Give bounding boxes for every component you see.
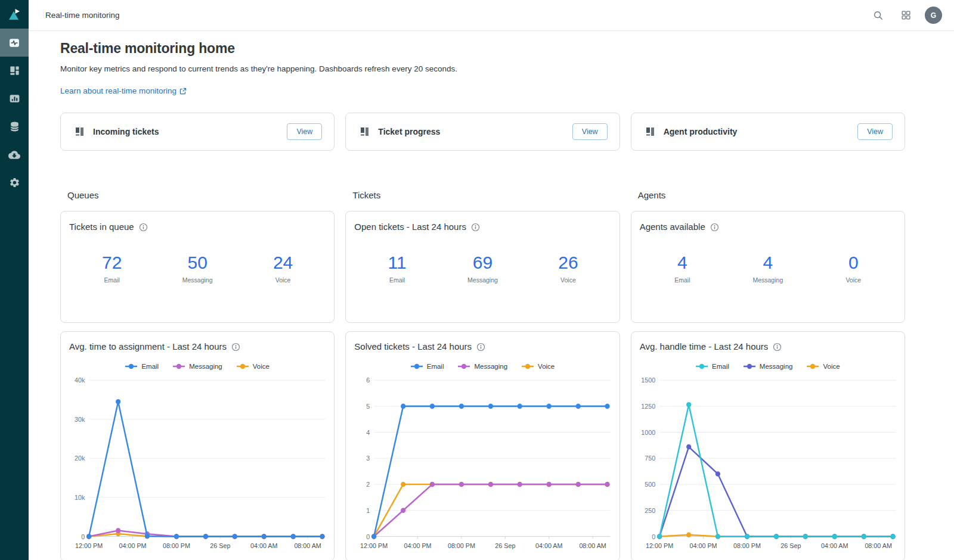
shortcut-card-ticket-progress: Ticket progress View (345, 113, 620, 151)
svg-text:12:00 PM: 12:00 PM (75, 542, 103, 549)
svg-text:5: 5 (367, 403, 370, 410)
legend-label: Email (427, 363, 444, 370)
sidebar-item-dashboards[interactable] (0, 57, 29, 85)
shortcut-card-agent-productivity: Agent productivity View (631, 113, 905, 151)
legend-item-voice[interactable]: Voice (237, 363, 270, 370)
line-chart-plot[interactable]: 025050075010001250150012:00 PM04:00 PM08… (636, 374, 900, 556)
products-button[interactable] (897, 7, 914, 24)
info-icon[interactable] (231, 343, 240, 351)
legend-label: Email (712, 363, 729, 370)
svg-text:04:00 PM: 04:00 PM (404, 542, 432, 549)
svg-text:04:00 AM: 04:00 AM (250, 542, 277, 549)
sidebar-item-datasets[interactable] (0, 113, 29, 141)
legend-item-email[interactable]: Email (125, 363, 159, 370)
page-subtitle: Monitor key metrics and respond to curre… (60, 64, 905, 73)
svg-text:04:00 PM: 04:00 PM (689, 542, 717, 549)
svg-text:0: 0 (81, 533, 85, 540)
live-monitoring-icon (8, 37, 20, 49)
svg-text:08:00 PM: 08:00 PM (733, 542, 761, 549)
stat-card-title: Agents available (640, 222, 705, 232)
dashboard-glyph-icon (646, 127, 655, 136)
chart-title: Avg. time to assignment - Last 24 hours (69, 341, 227, 351)
legend-item-email[interactable]: Email (696, 363, 729, 370)
svg-text:0: 0 (367, 533, 370, 540)
info-icon[interactable] (710, 223, 719, 232)
legend-label: Email (141, 363, 159, 370)
shortcut-card-title: Ticket progress (378, 127, 440, 136)
chart-card-avg-handle-time: Avg. handle time - Last 24 hours EmailMe… (631, 331, 905, 560)
metric-value: 24 (240, 253, 326, 272)
sidebar-item-data-importer[interactable] (0, 141, 29, 169)
metric-value: 4 (640, 253, 725, 272)
topbar: Real-time monitoring G (29, 0, 954, 31)
svg-text:3: 3 (367, 455, 370, 462)
datasets-icon (9, 121, 20, 132)
avatar[interactable]: G (925, 7, 942, 24)
shortcut-card-title: Agent productivity (664, 127, 738, 136)
search-icon (873, 10, 884, 21)
metric-label: Email (69, 276, 154, 284)
svg-text:12:00 PM: 12:00 PM (646, 542, 673, 549)
sidebar-item-settings[interactable] (0, 169, 29, 197)
stat-card-tickets-in-queue: Tickets in queue 72Email 50Messaging 24V… (60, 211, 334, 323)
legend-item-voice[interactable]: Voice (522, 363, 555, 370)
metric-messaging: 50Messaging (154, 253, 240, 284)
legend-item-messaging[interactable]: Messaging (744, 363, 793, 370)
stat-card-open-tickets: Open tickets - Last 24 hours 11Email 69M… (345, 211, 620, 323)
stat-card-title: Tickets in queue (69, 222, 134, 232)
svg-text:1000: 1000 (641, 428, 655, 435)
view-button[interactable]: View (287, 123, 322, 140)
stat-card-title: Open tickets - Last 24 hours (354, 222, 466, 232)
metric-email: 72Email (69, 253, 154, 284)
svg-text:40k: 40k (75, 377, 85, 384)
metric-value: 72 (69, 253, 154, 272)
chart-legend: EmailMessagingVoice (636, 361, 900, 372)
line-chart-plot[interactable]: 012345612:00 PM04:00 PM08:00 PM26 Sep04:… (351, 374, 614, 556)
info-icon[interactable] (476, 343, 485, 351)
svg-text:750: 750 (645, 455, 655, 462)
legend-item-voice[interactable]: Voice (807, 363, 840, 370)
metric-voice: 26Voice (525, 253, 611, 284)
view-button[interactable]: View (857, 123, 893, 140)
explore-logo[interactable] (0, 0, 29, 29)
metric-messaging: 4Messaging (725, 253, 810, 284)
svg-text:30k: 30k (75, 416, 85, 423)
dashboard-glyph-icon (75, 127, 85, 136)
line-chart-plot[interactable]: 010k20k30k40k12:00 PM04:00 PM08:00 PM26 … (66, 374, 329, 556)
view-button[interactable]: View (572, 123, 608, 140)
info-icon[interactable] (471, 223, 480, 232)
metric-label: Email (354, 276, 439, 284)
section-title-agents: Agents (631, 190, 905, 200)
legend-label: Voice (253, 363, 270, 370)
section-title-queues: Queues (60, 190, 334, 200)
svg-text:20k: 20k (75, 455, 85, 462)
svg-text:04:00 PM: 04:00 PM (119, 542, 147, 549)
search-button[interactable] (870, 7, 887, 24)
chart-title: Solved tickets - Last 24 hours (354, 341, 472, 351)
learn-link[interactable]: Learn about real-time monitoring (60, 86, 187, 95)
legend-label: Messaging (189, 363, 222, 370)
legend-label: Voice (823, 363, 840, 370)
svg-text:26 Sep: 26 Sep (210, 542, 230, 549)
svg-text:08:00 PM: 08:00 PM (448, 542, 475, 549)
legend-item-email[interactable]: Email (411, 363, 444, 370)
svg-text:2: 2 (367, 481, 370, 488)
info-icon[interactable] (139, 223, 148, 232)
chart-legend: EmailMessagingVoice (351, 361, 614, 372)
svg-text:1250: 1250 (641, 403, 655, 410)
sidebar-item-reports[interactable] (0, 85, 29, 113)
legend-marker-icon (411, 363, 423, 369)
legend-item-messaging[interactable]: Messaging (458, 363, 507, 370)
legend-label: Voice (538, 363, 555, 370)
legend-item-messaging[interactable]: Messaging (173, 363, 222, 370)
metric-label: Voice (525, 276, 611, 284)
info-icon[interactable] (773, 343, 782, 351)
metric-email: 4Email (640, 253, 725, 284)
settings-icon (9, 177, 20, 188)
metric-voice: 0Voice (811, 253, 896, 284)
legend-marker-icon (522, 363, 534, 369)
svg-text:04:00 AM: 04:00 AM (821, 542, 848, 549)
explore-logo-icon (7, 7, 21, 21)
metric-value: 50 (154, 253, 240, 272)
sidebar-item-live-monitoring[interactable] (0, 29, 29, 57)
